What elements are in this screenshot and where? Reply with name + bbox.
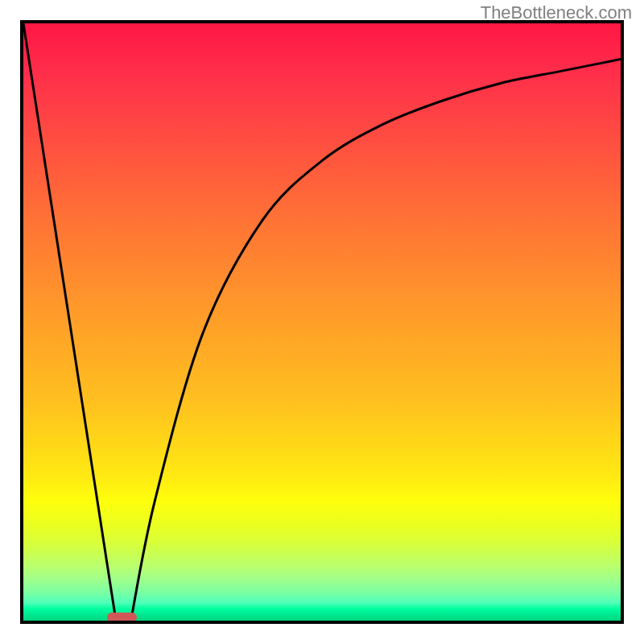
left-line-curve bbox=[23, 23, 116, 621]
watermark-text: TheBottleneck.com bbox=[481, 2, 632, 23]
bottleneck-marker bbox=[107, 613, 137, 622]
chart-frame bbox=[20, 20, 624, 624]
right-curve bbox=[131, 60, 621, 621]
chart-curves bbox=[23, 23, 621, 621]
chart-container: TheBottleneck.com bbox=[0, 0, 644, 644]
